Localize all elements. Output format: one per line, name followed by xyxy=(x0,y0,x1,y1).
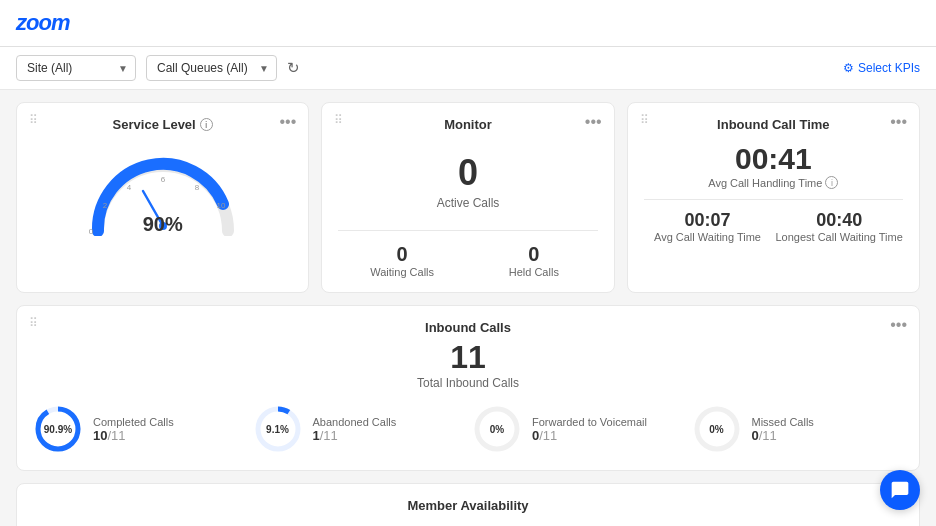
inbound-calls-total-label: Total Inbound Calls xyxy=(33,376,903,390)
longest-waiting-label: Longest Call Waiting Time xyxy=(775,231,903,243)
calls-metric-3: 0% Missed Calls 0/11 xyxy=(692,404,904,454)
drag-handle-inbound-calls: ⠿ xyxy=(29,316,38,330)
donut-label-2: 0% xyxy=(472,404,522,454)
donut-label-1: 9.1% xyxy=(253,404,303,454)
donut-wrap-3: 0% xyxy=(692,404,742,454)
dashboard: ⠿ ••• Service Level i xyxy=(0,90,936,526)
calls-metric-1: 9.1% Abandoned Calls 1/11 xyxy=(253,404,465,454)
inbound-calls-total-num: 11 xyxy=(33,339,903,376)
calls-count-2: 0/11 xyxy=(532,428,684,443)
gauge-container: 0 2 4 6 8 10 90% xyxy=(33,142,292,236)
gear-icon: ⚙ xyxy=(843,61,854,75)
select-kpis-label: Select KPIs xyxy=(858,61,920,75)
chat-icon xyxy=(890,480,910,500)
waiting-calls-num: 0 xyxy=(338,243,466,266)
inbound-calls-menu[interactable]: ••• xyxy=(890,316,907,334)
calls-count-0: 10/11 xyxy=(93,428,245,443)
service-level-card: ⠿ ••• Service Level i xyxy=(16,102,309,293)
held-calls-label: Held Calls xyxy=(470,266,598,278)
member-availability-card: ••• Member Availability 22 Available 0 A… xyxy=(16,483,920,526)
donut-wrap-2: 0% xyxy=(472,404,522,454)
svg-text:2: 2 xyxy=(102,201,107,210)
longest-waiting-time: 00:40 xyxy=(775,210,903,231)
inbound-bottom: 00:07 Avg Call Waiting Time 00:40 Longes… xyxy=(644,200,903,243)
zoom-logo: zoom xyxy=(16,10,69,36)
avg-handling-label: Avg Call Handling Time i xyxy=(644,176,903,189)
donut-label-3: 0% xyxy=(692,404,742,454)
donut-wrap-0: 90.9% xyxy=(33,404,83,454)
held-calls-stat: 0 Held Calls xyxy=(470,243,598,278)
service-level-menu[interactable]: ••• xyxy=(280,113,297,131)
donut-label-0: 90.9% xyxy=(33,404,83,454)
top-bar: zoom xyxy=(0,0,936,47)
site-filter[interactable]: Site (All) xyxy=(16,55,136,81)
service-level-info-icon[interactable]: i xyxy=(200,118,213,131)
site-filter-wrap: Site (All) ▼ xyxy=(16,55,136,81)
inbound-calls-title: Inbound Calls xyxy=(33,320,903,335)
service-level-title: Service Level i xyxy=(33,117,292,132)
svg-text:4: 4 xyxy=(126,183,131,192)
monitor-divider xyxy=(338,230,597,231)
calls-info-1: Abandoned Calls 1/11 xyxy=(313,416,465,443)
drag-handle-inbound-time: ⠿ xyxy=(640,113,649,127)
calls-metric-2: 0% Forwarded to Voicemail 0/11 xyxy=(472,404,684,454)
gauge-svg-wrap: 0 2 4 6 8 10 90% xyxy=(83,146,243,236)
waiting-calls-label: Waiting Calls xyxy=(338,266,466,278)
filter-bar: Site (All) ▼ Call Queues (All) ▼ ↻ ⚙ Sel… xyxy=(0,47,936,90)
active-calls-num: 0 xyxy=(338,152,597,194)
calls-info-2: Forwarded to Voicemail 0/11 xyxy=(532,416,684,443)
held-calls-num: 0 xyxy=(470,243,598,266)
queue-filter-wrap: Call Queues (All) ▼ xyxy=(146,55,277,81)
inbound-call-time-title: Inbound Call Time xyxy=(644,117,903,132)
calls-metric-0: 90.9% Completed Calls 10/11 xyxy=(33,404,245,454)
monitor-menu[interactable]: ••• xyxy=(585,113,602,131)
gauge-percent: 90% xyxy=(143,213,183,236)
member-availability-title: Member Availability xyxy=(33,498,903,513)
calls-name-0: Completed Calls xyxy=(93,416,245,428)
calls-name-2: Forwarded to Voicemail xyxy=(532,416,684,428)
svg-text:0: 0 xyxy=(88,227,93,236)
drag-handle-monitor: ⠿ xyxy=(334,113,343,127)
drag-handle-service: ⠿ xyxy=(29,113,38,127)
longest-waiting-stat: 00:40 Longest Call Waiting Time xyxy=(775,210,903,243)
donut-wrap-1: 9.1% xyxy=(253,404,303,454)
avg-handling-info-icon[interactable]: i xyxy=(825,176,838,189)
monitor-card: ⠿ ••• Monitor 0 Active Calls 0 Waiting C… xyxy=(321,102,614,293)
inbound-call-time-card: ⠿ ••• Inbound Call Time 00:41 Avg Call H… xyxy=(627,102,920,293)
avg-handling-time: 00:41 xyxy=(644,142,903,176)
calls-count-1: 1/11 xyxy=(313,428,465,443)
calls-name-3: Missed Calls xyxy=(752,416,904,428)
waiting-calls-stat: 0 Waiting Calls xyxy=(338,243,466,278)
inbound-calls-row: 90.9% Completed Calls 10/11 9.1% Abandon… xyxy=(33,404,903,454)
monitor-stats: 0 Waiting Calls 0 Held Calls xyxy=(338,237,597,278)
queue-filter[interactable]: Call Queues (All) xyxy=(146,55,277,81)
chat-bubble[interactable] xyxy=(880,470,920,510)
svg-text:10: 10 xyxy=(216,201,225,210)
inbound-call-time-menu[interactable]: ••• xyxy=(890,113,907,131)
active-calls-label: Active Calls xyxy=(338,196,597,210)
svg-text:8: 8 xyxy=(194,183,199,192)
calls-info-3: Missed Calls 0/11 xyxy=(752,416,904,443)
avg-waiting-stat: 00:07 Avg Call Waiting Time xyxy=(644,210,772,243)
row1: ⠿ ••• Service Level i xyxy=(16,102,920,293)
refresh-button[interactable]: ↻ xyxy=(287,59,300,77)
monitor-active: 0 Active Calls xyxy=(338,142,597,224)
calls-name-1: Abandoned Calls xyxy=(313,416,465,428)
svg-text:6: 6 xyxy=(160,175,165,184)
monitor-title: Monitor xyxy=(338,117,597,132)
avg-waiting-time: 00:07 xyxy=(644,210,772,231)
calls-info-0: Completed Calls 10/11 xyxy=(93,416,245,443)
inbound-top: 00:41 Avg Call Handling Time i xyxy=(644,142,903,200)
inbound-calls-card: ••• ⠿ Inbound Calls 11 Total Inbound Cal… xyxy=(16,305,920,471)
avg-waiting-label: Avg Call Waiting Time xyxy=(644,231,772,243)
select-kpis-link[interactable]: ⚙ Select KPIs xyxy=(843,61,920,75)
calls-count-3: 0/11 xyxy=(752,428,904,443)
